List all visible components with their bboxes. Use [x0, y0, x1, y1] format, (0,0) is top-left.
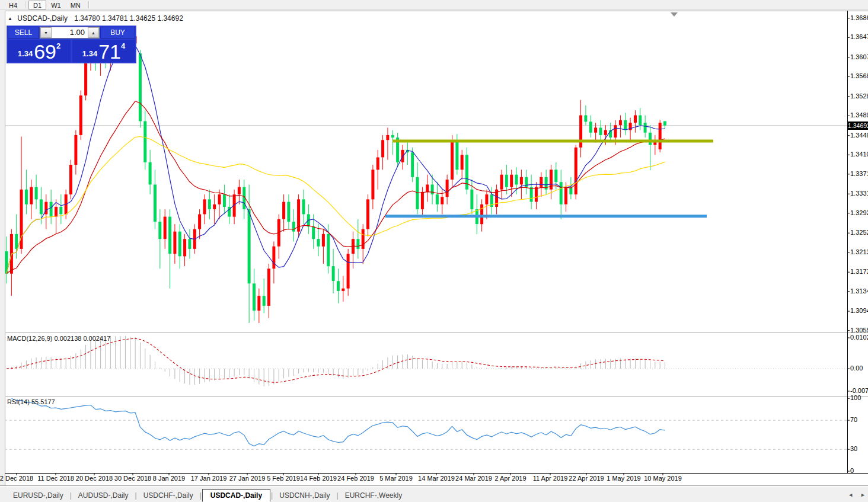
candle-body: [386, 135, 389, 140]
price-axis-label: 1.36860: [850, 14, 868, 21]
timeframe-button-d1[interactable]: D1: [28, 1, 46, 9]
timeframe-button-mn[interactable]: MN: [66, 1, 85, 9]
candle-body: [371, 170, 374, 199]
volume-increase-icon[interactable]: ▲: [88, 27, 99, 38]
tab-usdcaddaily[interactable]: USDCAD-,Daily: [202, 489, 270, 502]
candle-body: [366, 199, 369, 229]
candle-body: [164, 217, 167, 239]
candle-body: [356, 239, 359, 249]
candle-body: [342, 289, 344, 291]
tab-usdchfdaily[interactable]: USDCHF-,Daily: [138, 489, 199, 502]
candle-body: [461, 155, 464, 170]
timeframe-button-h4[interactable]: H4: [4, 1, 22, 9]
candle-body: [74, 135, 77, 165]
candle-body: [564, 187, 567, 204]
candle-body: [505, 175, 508, 187]
tab-audusddaily[interactable]: AUDUSD-,Daily: [72, 489, 135, 502]
candle-body: [203, 199, 206, 214]
buy-price-display[interactable]: 1.34 71 4: [72, 40, 135, 62]
sell-price-display[interactable]: 1.34 69 2: [8, 40, 71, 62]
chart-shift-marker-icon[interactable]: [671, 12, 678, 17]
candle-body: [416, 177, 419, 209]
toolbar-separator: [25, 1, 25, 8]
price-axis-label: 1.30940: [850, 307, 868, 314]
candle-body: [332, 266, 335, 281]
volume-decrease-icon[interactable]: ▼: [40, 27, 52, 38]
rsi-label: RSI(14) 55.5177: [7, 398, 55, 405]
tab-eurusddaily[interactable]: EURUSD-,Daily: [7, 489, 69, 502]
buy-button[interactable]: BUY: [100, 27, 135, 39]
time-axis-label: 27 Jan 2019: [229, 475, 266, 482]
candle-body: [139, 53, 142, 121]
candle-body: [619, 120, 622, 125]
time-axis-label: 1 May 2019: [607, 475, 640, 482]
tab-usdcnhdaily[interactable]: USDCNH-,Daily: [273, 489, 336, 502]
rsi-line: [11, 398, 665, 446]
symbol-tab-bar: EURUSD-,Daily|AUDUSD-,Daily|USDCHF-,Dail…: [0, 485, 868, 502]
candle-body: [515, 175, 518, 185]
rsi-axis-label: 0: [850, 467, 854, 474]
candle-body: [659, 123, 662, 149]
candle-body: [644, 123, 647, 133]
candle-body: [381, 140, 384, 157]
rsi-axis-label: 30: [850, 445, 857, 452]
candle-body: [208, 199, 211, 209]
chart-title: ▲ USDCAD-,Daily 1.34780 1.34781 1.34625 …: [8, 14, 183, 23]
candle-body: [589, 121, 592, 132]
candle-body: [455, 140, 458, 170]
time-axis-label: 24 Mar 2019: [455, 475, 492, 482]
candle-body: [183, 239, 186, 256]
candle-body: [292, 222, 295, 232]
candle-body: [535, 187, 538, 202]
tab-eurchfweekly[interactable]: EURCHF-,Weekly: [339, 489, 408, 502]
candle-body: [267, 268, 270, 306]
time-axis-label: 8 Jan 2019: [153, 475, 185, 482]
rsi-axis-label: 70: [850, 416, 857, 423]
price-axis-label: 1.32520: [850, 229, 868, 236]
time-axis-label: 17 Jan 2019: [191, 475, 227, 482]
price-axis-label: 1.34890: [850, 111, 868, 119]
buy-price-main: 71: [98, 43, 121, 60]
candle-body: [376, 158, 379, 170]
candle-body: [158, 222, 161, 239]
candle-body: [480, 204, 483, 224]
timeframe-toolbar: H4D1W1MN: [0, 0, 868, 10]
candle-body: [168, 217, 171, 254]
price-axis-label: 1.34100: [850, 151, 868, 158]
candle-body: [347, 254, 350, 288]
candle-body: [604, 130, 607, 135]
candle-body: [614, 125, 617, 138]
time-axis-label: 5 Feb 2019: [267, 475, 300, 482]
time-axis-label: 22 Apr 2019: [569, 475, 604, 482]
tab-scroll-right-icon[interactable]: ►: [860, 492, 866, 498]
price-axis-label: 1.36070: [850, 53, 868, 60]
candle-body: [391, 135, 394, 138]
candle-body: [500, 175, 503, 190]
time-axis-label: 10 May 2019: [644, 475, 682, 482]
candle-body: [223, 194, 226, 207]
price-axis-label: 1.32920: [850, 209, 868, 216]
candle-body: [446, 180, 449, 197]
collapse-triangle-icon[interactable]: ▲: [8, 16, 12, 21]
buy-price-pip: 4: [121, 41, 125, 50]
candle-body: [253, 283, 256, 311]
tab-scroll-left-icon[interactable]: ◄: [848, 492, 853, 498]
candle-body: [470, 190, 473, 209]
candle-body: [599, 127, 602, 135]
sell-price-prefix: 1.34: [18, 49, 33, 58]
candle-body: [198, 215, 201, 229]
candle-body: [634, 116, 637, 123]
candle-body: [238, 187, 241, 195]
one-click-trading-panel: SELL ▼ 1.00 ▲ BUY 1.34 69 2 1.34 71 4: [7, 25, 136, 63]
time-axis-label: 2 Apr 2019: [494, 475, 526, 482]
candle-body: [649, 133, 652, 145]
volume-field[interactable]: 1.00: [52, 27, 88, 38]
timeframe-button-w1[interactable]: W1: [46, 1, 66, 9]
candle-body: [554, 170, 557, 182]
candle-body: [35, 187, 38, 200]
price-axis-label: 1.34490: [850, 132, 868, 139]
sell-button[interactable]: SELL: [8, 27, 39, 39]
sell-price-pip: 2: [56, 41, 60, 50]
candle-body: [40, 199, 43, 214]
price-axis-label: 1.31730: [850, 268, 868, 275]
